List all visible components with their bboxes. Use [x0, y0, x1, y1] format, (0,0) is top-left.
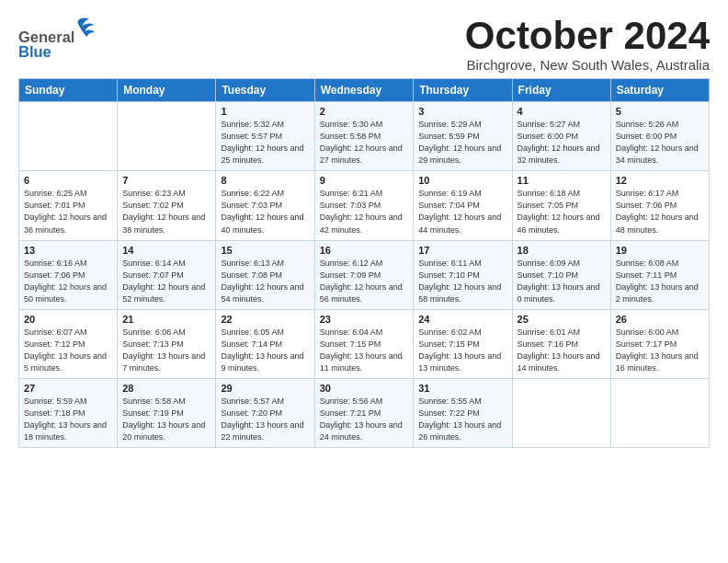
day-info: Sunrise: 6:12 AM Sunset: 7:09 PM Dayligh… — [320, 258, 409, 305]
calendar-cell: 14Sunrise: 6:14 AM Sunset: 7:07 PM Dayli… — [118, 240, 216, 309]
weekday-header-tuesday: Tuesday — [216, 79, 314, 102]
day-number: 27 — [24, 383, 112, 394]
day-number: 29 — [221, 383, 309, 394]
calendar-cell: 8Sunrise: 6:22 AM Sunset: 7:03 PM Daylig… — [216, 171, 314, 240]
day-number: 17 — [418, 245, 506, 256]
month-title: October 2024 — [465, 15, 710, 57]
logo-svg: General Blue — [18, 15, 119, 61]
calendar-cell: 23Sunrise: 6:04 AM Sunset: 7:15 PM Dayli… — [314, 309, 414, 378]
day-info: Sunrise: 6:18 AM Sunset: 7:05 PM Dayligh… — [518, 188, 606, 236]
day-number: 30 — [320, 383, 409, 394]
day-info: Sunrise: 6:23 AM Sunset: 7:02 PM Dayligh… — [122, 188, 210, 236]
day-number: 3 — [418, 106, 506, 117]
logo: General Blue — [18, 15, 119, 61]
calendar-cell: 18Sunrise: 6:09 AM Sunset: 7:10 PM Dayli… — [512, 240, 610, 309]
calendar-cell: 26Sunrise: 6:00 AM Sunset: 7:17 PM Dayli… — [610, 309, 709, 378]
day-info: Sunrise: 6:05 AM Sunset: 7:14 PM Dayligh… — [221, 327, 309, 374]
day-number: 31 — [418, 383, 506, 394]
calendar-cell: 15Sunrise: 6:13 AM Sunset: 7:08 PM Dayli… — [216, 240, 314, 309]
day-info: Sunrise: 6:06 AM Sunset: 7:13 PM Dayligh… — [122, 327, 210, 374]
calendar-cell: 30Sunrise: 5:56 AM Sunset: 7:21 PM Dayli… — [314, 378, 414, 447]
calendar-cell — [118, 102, 216, 171]
calendar-cell: 11Sunrise: 6:18 AM Sunset: 7:05 PM Dayli… — [512, 171, 610, 240]
day-info: Sunrise: 6:00 AM Sunset: 7:17 PM Dayligh… — [616, 327, 704, 374]
calendar-cell — [19, 102, 118, 171]
day-info: Sunrise: 6:16 AM Sunset: 7:06 PM Dayligh… — [24, 258, 112, 305]
day-info: Sunrise: 5:55 AM Sunset: 7:22 PM Dayligh… — [418, 396, 506, 443]
calendar-cell: 3Sunrise: 5:29 AM Sunset: 5:59 PM Daylig… — [414, 102, 512, 171]
calendar-table: SundayMondayTuesdayWednesdayThursdayFrid… — [18, 78, 710, 448]
day-info: Sunrise: 6:01 AM Sunset: 7:16 PM Dayligh… — [518, 327, 606, 374]
calendar-cell: 31Sunrise: 5:55 AM Sunset: 7:22 PM Dayli… — [414, 378, 512, 447]
subtitle: Birchgrove, New South Wales, Australia — [465, 57, 710, 73]
weekday-header-friday: Friday — [512, 79, 610, 102]
day-number: 12 — [616, 175, 704, 186]
calendar-cell: 12Sunrise: 6:17 AM Sunset: 7:06 PM Dayli… — [610, 171, 709, 240]
day-info: Sunrise: 6:25 AM Sunset: 7:01 PM Dayligh… — [24, 188, 112, 236]
day-info: Sunrise: 6:14 AM Sunset: 7:07 PM Dayligh… — [122, 258, 210, 305]
day-info: Sunrise: 5:59 AM Sunset: 7:18 PM Dayligh… — [24, 396, 112, 443]
weekday-header-monday: Monday — [118, 79, 216, 102]
day-number: 19 — [616, 245, 704, 256]
weekday-row: SundayMondayTuesdayWednesdayThursdayFrid… — [19, 79, 710, 102]
calendar-header: SundayMondayTuesdayWednesdayThursdayFrid… — [19, 79, 710, 102]
day-info: Sunrise: 6:17 AM Sunset: 7:06 PM Dayligh… — [616, 188, 704, 236]
day-info: Sunrise: 6:19 AM Sunset: 7:04 PM Dayligh… — [418, 188, 506, 236]
svg-text:General: General — [18, 29, 74, 45]
day-info: Sunrise: 6:02 AM Sunset: 7:15 PM Dayligh… — [418, 327, 506, 374]
day-number: 25 — [518, 314, 606, 325]
day-info: Sunrise: 5:32 AM Sunset: 5:57 PM Dayligh… — [221, 119, 309, 167]
day-number: 24 — [418, 314, 506, 325]
calendar-cell: 19Sunrise: 6:08 AM Sunset: 7:11 PM Dayli… — [610, 240, 709, 309]
day-number: 14 — [122, 245, 210, 256]
calendar-cell: 4Sunrise: 5:27 AM Sunset: 6:00 PM Daylig… — [512, 102, 610, 171]
day-number: 7 — [122, 175, 210, 186]
day-number: 1 — [221, 106, 309, 117]
calendar-cell: 1Sunrise: 5:32 AM Sunset: 5:57 PM Daylig… — [216, 102, 314, 171]
calendar-cell: 29Sunrise: 5:57 AM Sunset: 7:20 PM Dayli… — [216, 378, 314, 447]
calendar-cell: 17Sunrise: 6:11 AM Sunset: 7:10 PM Dayli… — [414, 240, 512, 309]
calendar-cell: 20Sunrise: 6:07 AM Sunset: 7:12 PM Dayli… — [19, 309, 118, 378]
svg-text:Blue: Blue — [18, 43, 51, 60]
weekday-header-thursday: Thursday — [414, 79, 512, 102]
calendar-cell: 6Sunrise: 6:25 AM Sunset: 7:01 PM Daylig… — [19, 171, 118, 240]
calendar-cell: 27Sunrise: 5:59 AM Sunset: 7:18 PM Dayli… — [19, 378, 118, 447]
header: General Blue October 2024 Birchgrove, Ne… — [18, 15, 710, 73]
day-number: 13 — [24, 245, 112, 256]
day-number: 28 — [122, 383, 210, 394]
calendar-cell: 2Sunrise: 5:30 AM Sunset: 5:58 PM Daylig… — [314, 102, 414, 171]
day-number: 20 — [24, 314, 112, 325]
day-info: Sunrise: 6:08 AM Sunset: 7:11 PM Dayligh… — [616, 258, 704, 305]
calendar-cell — [512, 378, 610, 447]
day-number: 9 — [320, 175, 409, 186]
calendar-week-3: 20Sunrise: 6:07 AM Sunset: 7:12 PM Dayli… — [19, 309, 710, 378]
day-number: 2 — [320, 106, 409, 117]
calendar-cell: 22Sunrise: 6:05 AM Sunset: 7:14 PM Dayli… — [216, 309, 314, 378]
day-info: Sunrise: 6:09 AM Sunset: 7:10 PM Dayligh… — [518, 258, 606, 305]
day-info: Sunrise: 5:58 AM Sunset: 7:19 PM Dayligh… — [122, 396, 210, 443]
day-info: Sunrise: 6:21 AM Sunset: 7:03 PM Dayligh… — [320, 188, 409, 236]
day-info: Sunrise: 5:56 AM Sunset: 7:21 PM Dayligh… — [320, 396, 409, 443]
calendar-week-1: 6Sunrise: 6:25 AM Sunset: 7:01 PM Daylig… — [19, 171, 710, 240]
calendar-cell: 16Sunrise: 6:12 AM Sunset: 7:09 PM Dayli… — [314, 240, 414, 309]
day-info: Sunrise: 6:11 AM Sunset: 7:10 PM Dayligh… — [418, 258, 506, 305]
day-number: 8 — [221, 175, 309, 186]
day-info: Sunrise: 5:27 AM Sunset: 6:00 PM Dayligh… — [518, 119, 606, 167]
calendar-cell: 13Sunrise: 6:16 AM Sunset: 7:06 PM Dayli… — [19, 240, 118, 309]
day-info: Sunrise: 6:13 AM Sunset: 7:08 PM Dayligh… — [221, 258, 309, 305]
calendar-body: 1Sunrise: 5:32 AM Sunset: 5:57 PM Daylig… — [19, 102, 710, 448]
weekday-header-wednesday: Wednesday — [314, 79, 414, 102]
day-number: 10 — [418, 175, 506, 186]
weekday-header-sunday: Sunday — [19, 79, 118, 102]
day-number: 15 — [221, 245, 309, 256]
day-number: 11 — [518, 175, 606, 186]
calendar-week-2: 13Sunrise: 6:16 AM Sunset: 7:06 PM Dayli… — [19, 240, 710, 309]
day-number: 18 — [518, 245, 606, 256]
day-number: 4 — [518, 106, 606, 117]
day-info: Sunrise: 5:57 AM Sunset: 7:20 PM Dayligh… — [221, 396, 309, 443]
calendar-week-0: 1Sunrise: 5:32 AM Sunset: 5:57 PM Daylig… — [19, 102, 710, 171]
day-info: Sunrise: 6:22 AM Sunset: 7:03 PM Dayligh… — [221, 188, 309, 236]
calendar-cell: 10Sunrise: 6:19 AM Sunset: 7:04 PM Dayli… — [414, 171, 512, 240]
calendar-cell: 21Sunrise: 6:06 AM Sunset: 7:13 PM Dayli… — [118, 309, 216, 378]
day-info: Sunrise: 5:29 AM Sunset: 5:59 PM Dayligh… — [418, 119, 506, 167]
